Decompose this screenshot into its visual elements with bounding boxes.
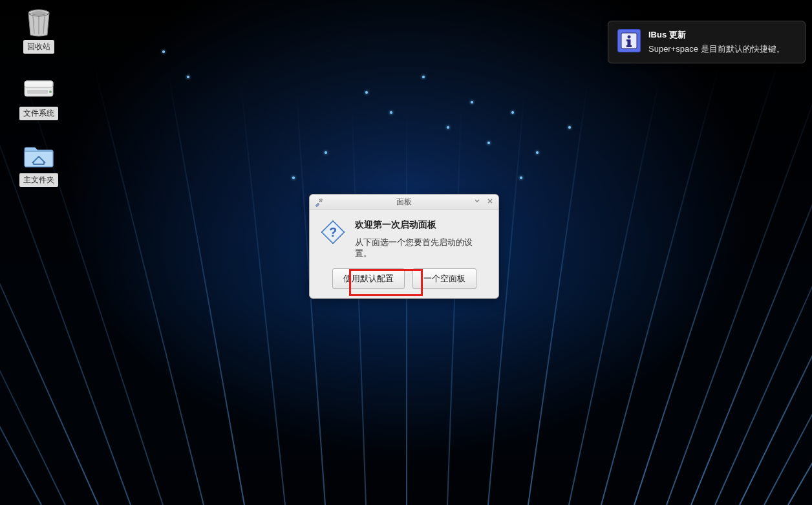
- svg-point-9: [49, 91, 52, 93]
- notification-title: IBus 更新: [648, 29, 785, 41]
- one-empty-panel-button[interactable]: 一个空面板: [412, 268, 476, 289]
- svg-rect-8: [27, 90, 48, 94]
- panel-first-run-dialog: 面板 ? 欢迎第一次启动面板 从下面选一个您要首先启动的设置。: [309, 194, 499, 299]
- svg-rect-16: [626, 45, 632, 47]
- close-button[interactable]: [486, 197, 495, 206]
- panel-settings-icon: [314, 197, 324, 210]
- trash-icon: [23, 6, 54, 38]
- dialog-titlebar[interactable]: 面板: [310, 195, 498, 210]
- drive-icon: [23, 73, 54, 104]
- desktop-icon-filesystem[interactable]: 文件系统: [13, 73, 65, 120]
- minimize-button[interactable]: [473, 197, 482, 206]
- desktop-icon-area: 回收站 文件系统 主文件夹: [13, 6, 65, 187]
- use-default-config-button[interactable]: 使用默认配置: [332, 268, 405, 289]
- svg-point-13: [628, 36, 631, 39]
- home-folder-icon: [23, 140, 54, 171]
- desktop-icon-label: 回收站: [23, 40, 54, 54]
- svg-rect-7: [25, 81, 53, 87]
- desktop-icon-trash[interactable]: 回收站: [13, 6, 65, 54]
- notification-body: Super+space 是目前默认的快捷键。: [648, 43, 785, 55]
- svg-point-5: [32, 11, 46, 15]
- ibus-update-notification[interactable]: IBus 更新 Super+space 是目前默认的快捷键。: [608, 21, 806, 63]
- dialog-heading: 欢迎第一次启动面板: [355, 219, 488, 231]
- svg-text:?: ?: [329, 225, 337, 239]
- info-icon: [617, 29, 641, 52]
- dialog-message: 从下面选一个您要首先启动的设置。: [355, 237, 488, 259]
- desktop-icon-label: 主文件夹: [19, 173, 58, 187]
- question-icon: ?: [320, 219, 346, 245]
- svg-point-10: [320, 199, 323, 201]
- desktop-icon-label: 文件系统: [19, 107, 58, 120]
- svg-rect-15: [626, 39, 630, 41]
- dialog-title: 面板: [396, 197, 412, 208]
- desktop-icon-home[interactable]: 主文件夹: [13, 140, 65, 187]
